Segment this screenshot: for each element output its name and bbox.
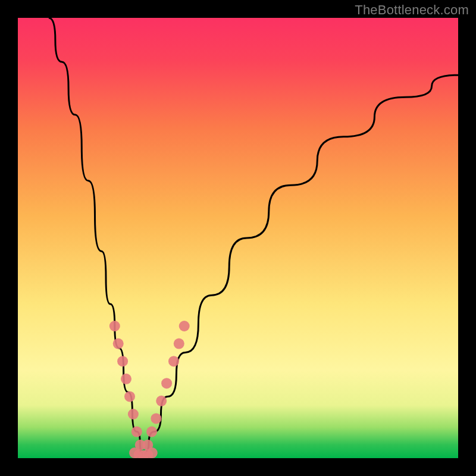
sample-dot (151, 413, 161, 424)
sample-dot (147, 447, 158, 458)
sample-dot (174, 339, 184, 349)
plot-area (18, 18, 458, 458)
sample-dot (161, 378, 172, 389)
sample-dot (124, 391, 135, 402)
bottleneck-curve (49, 18, 458, 454)
sample-dot (117, 356, 128, 367)
sample-dot (121, 374, 131, 384)
curve-left (49, 18, 143, 454)
sample-dot (179, 321, 190, 331)
sample-dot (128, 409, 139, 419)
sample-dot (113, 339, 124, 349)
sample-dot (156, 396, 167, 406)
sample-dot (109, 321, 120, 331)
watermark-label: TheBottleneck.com (355, 2, 469, 18)
outer-frame: TheBottleneck.com (0, 0, 476, 476)
curve-right (143, 75, 458, 453)
sample-dot (146, 427, 157, 437)
sample-dot (168, 356, 179, 367)
chart-svg (18, 18, 458, 458)
sample-dot (131, 427, 142, 437)
